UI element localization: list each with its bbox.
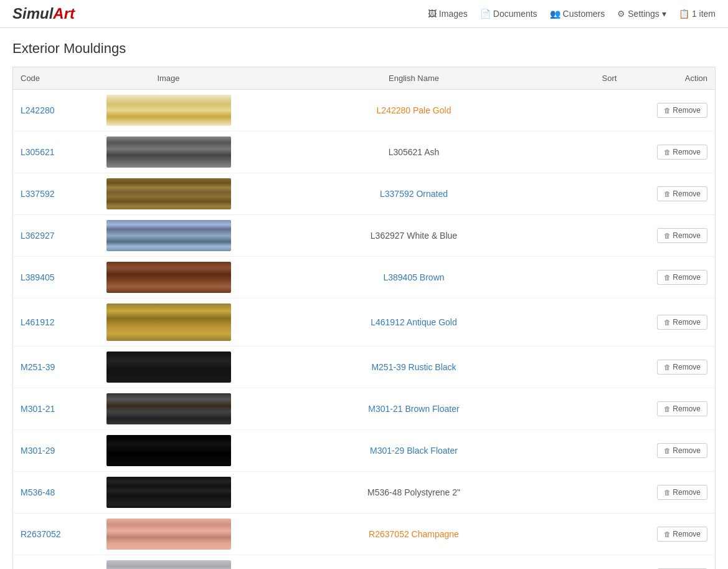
row-code-link[interactable]: M301-29 [21,446,55,456]
nav-images[interactable]: 🖼 Images [428,9,468,19]
row-code-link[interactable]: L362927 [21,231,55,241]
logo-simul: Simul [12,5,53,22]
moulding-image [106,560,231,569]
table-row: L362927L362927 White & Blue🗑Remove [13,215,716,257]
header-name: English Name [250,67,579,90]
page-title: Exterior Mouldings [12,41,716,57]
remove-button[interactable]: 🗑Remove [657,228,707,243]
table-row: M301-21M301-21 Brown Floater🗑Remove [13,388,716,430]
row-name[interactable]: L242280 Pale Gold [377,105,451,115]
table-row: L242280L242280 Pale Gold🗑Remove [13,90,716,131]
row-name[interactable]: L389405 Brown [383,272,444,282]
nav-settings-label: Settings [628,9,659,19]
nav-customers[interactable]: 👥 Customers [550,9,605,19]
settings-chevron-icon: ▾ [662,9,666,19]
header-code: Code [13,67,88,90]
table-header: Code Image English Name Sort Action [13,67,716,90]
row-code-link[interactable]: L337592 [21,189,55,199]
table-row: L389405L389405 Brown🗑Remove [13,257,716,299]
table-row: M536-48M536-48 Polystyrene 2"🗑Remove [13,472,716,514]
row-name[interactable]: R2637052 Champagne [369,529,459,539]
row-code-link[interactable]: L461912 [21,317,55,327]
logo: SimulArt [12,5,75,22]
moulding-image [106,351,231,383]
row-name[interactable]: L337592 Ornated [380,189,448,199]
table-row: L461912L461912 Antique Gold🗑Remove [13,299,716,347]
documents-icon: 📄 [480,9,491,19]
mouldings-table: Code Image English Name Sort Action L242… [12,67,716,569]
cart-icon: 📋 [679,9,689,19]
nav-settings[interactable]: ⚙ Settings ▾ [617,9,666,19]
row-name[interactable]: L461912 Antique Gold [371,317,457,327]
table-row: M301-29M301-29 Black Floater🗑Remove [13,430,716,472]
trash-icon: 🗑 [664,447,671,454]
trash-icon: 🗑 [664,232,671,239]
row-code-link[interactable]: R2637052 [21,529,61,539]
row-name[interactable]: M301-21 Brown Floater [368,404,459,414]
table-row: R2637052R2637052 Champagne🗑Remove [13,514,716,555]
nav-customers-label: Customers [563,9,605,19]
trash-icon: 🗑 [664,148,671,156]
row-code-link[interactable]: L389405 [21,272,55,282]
logo-art: Art [53,5,75,22]
moulding-image [106,519,231,550]
row-name[interactable]: M301-29 Black Floater [370,446,458,456]
moulding-image [106,262,231,293]
row-name: M536-48 Polystyrene 2" [367,487,460,497]
moulding-image [106,393,231,424]
cart[interactable]: 📋 1 item [679,9,716,19]
header-action: Action [641,67,716,90]
nav-documents-label: Documents [493,9,537,19]
remove-button[interactable]: 🗑Remove [657,527,707,542]
remove-button[interactable]: 🗑Remove [657,186,707,201]
remove-button[interactable]: 🗑Remove [657,145,707,160]
remove-button[interactable]: 🗑Remove [657,360,707,375]
trash-icon: 🗑 [664,274,671,281]
table-row: L305621L305621 Ash🗑Remove [13,131,716,173]
trash-icon: 🗑 [664,489,671,496]
trash-icon: 🗑 [664,190,671,198]
remove-button[interactable]: 🗑Remove [657,443,707,458]
remove-button[interactable]: 🗑Remove [657,103,707,118]
moulding-image [106,477,231,508]
header-image: Image [88,67,250,90]
trash-icon: 🗑 [664,405,671,413]
remove-button[interactable]: 🗑Remove [657,401,707,416]
header-sort: Sort [579,67,641,90]
moulding-image [106,304,231,341]
trash-icon: 🗑 [664,530,671,538]
table-body: L242280L242280 Pale Gold🗑RemoveL305621L3… [13,90,716,570]
moulding-image [106,136,231,168]
nav: 🖼 Images 📄 Documents 👥 Customers ⚙ Setti… [428,9,716,19]
table-row: L337592L337592 Ornated🗑Remove [13,173,716,215]
customers-icon: 👥 [550,9,560,19]
table-row: R3552054R3552054 Silver🗑Remove [13,555,716,570]
row-code-link[interactable]: L242280 [21,105,55,115]
row-code-link[interactable]: M301-21 [21,404,55,414]
nav-documents[interactable]: 📄 Documents [480,9,537,19]
row-name[interactable]: M251-39 Rustic Black [371,362,456,372]
row-code-link[interactable]: M251-39 [21,362,55,372]
nav-images-label: Images [439,9,468,19]
row-code-link[interactable]: L305621 [21,147,55,157]
moulding-image [106,178,231,209]
row-code-link[interactable]: M536-48 [21,487,55,497]
remove-button[interactable]: 🗑Remove [657,485,707,500]
trash-icon: 🗑 [664,318,671,326]
moulding-image [106,435,231,466]
table-row: M251-39M251-39 Rustic Black🗑Remove [13,347,716,388]
moulding-image [106,220,231,251]
remove-button[interactable]: 🗑Remove [657,270,707,285]
cart-label: 1 item [692,9,716,19]
row-name: L305621 Ash [389,147,440,157]
images-icon: 🖼 [428,9,437,19]
row-name: L362927 White & Blue [371,231,457,241]
header: SimulArt 🖼 Images 📄 Documents 👥 Customer… [0,0,728,28]
main-content: Exterior Mouldings Code Image English Na… [0,28,728,569]
remove-button[interactable]: 🗑Remove [657,315,707,330]
settings-icon: ⚙ [617,9,625,19]
trash-icon: 🗑 [664,363,671,371]
trash-icon: 🗑 [664,107,671,114]
moulding-image [106,95,231,126]
